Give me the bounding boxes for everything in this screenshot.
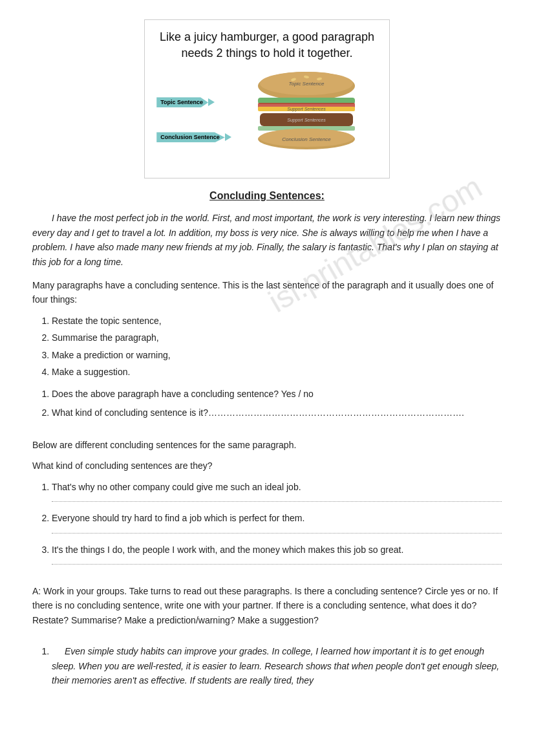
list-item: Make a prediction or warning, bbox=[52, 348, 502, 362]
dotted-line-2 bbox=[52, 527, 502, 534]
list-item: Restate the topic sentence, bbox=[52, 314, 502, 328]
svg-text:Support Sentences: Support Sentences bbox=[287, 107, 326, 112]
list-item: Make a suggestion. bbox=[52, 365, 502, 379]
conclusion-arrow-shape: Conclusion Sentence bbox=[156, 132, 225, 142]
activity-item-1: Even simple study habits can improve you… bbox=[52, 644, 502, 687]
hamburger-diagram: Topic Sentence Conclusion Sentence Topic… bbox=[155, 68, 379, 171]
below-text-1: Below are different concluding sentences… bbox=[32, 438, 502, 452]
burger-svg: Topic Sentence Support Sentences Support… bbox=[235, 68, 378, 171]
list-item: Summarise the paragraph, bbox=[52, 330, 502, 345]
svg-text:Conclusion Sentence: Conclusion Sentence bbox=[282, 136, 331, 142]
four-things-list: Restate the topic sentence, Summarise th… bbox=[52, 314, 502, 380]
concluding-item-3: It's the things I do, the people I work … bbox=[52, 543, 502, 565]
concluding-items-list: That's why no other company could give m… bbox=[52, 480, 502, 565]
activity-list: Even simple study habits can improve you… bbox=[52, 644, 502, 687]
section-title: Concluding Sentences: bbox=[32, 190, 502, 202]
questions-list: Does the above paragraph have a concludi… bbox=[52, 387, 502, 420]
topic-arrow: Topic Sentence bbox=[156, 97, 231, 107]
concluding-item-1: That's why no other company could give m… bbox=[52, 480, 502, 502]
activity-text: A: Work in your groups. Take turns to re… bbox=[32, 584, 502, 627]
svg-text:Topic Sentence: Topic Sentence bbox=[288, 81, 324, 87]
body-text-1: Many paragraphs have a concluding senten… bbox=[32, 278, 502, 307]
below-text-2: What kind of concluding sentences are th… bbox=[32, 459, 502, 473]
topic-arrow-shape: Topic Sentence bbox=[156, 97, 208, 107]
hamburger-title: Like a juicy hamburger, a good paragraph… bbox=[155, 29, 379, 61]
activity-paragraph: Even simple study habits can improve you… bbox=[52, 644, 502, 687]
italic-paragraph: I have the most perfect job in the world… bbox=[32, 211, 502, 269]
question-2: What kind of concluding sentence is it?…… bbox=[52, 405, 502, 420]
concluding-item-2: Everyone should try hard to find a job w… bbox=[52, 511, 502, 533]
dotted-line-3 bbox=[52, 558, 502, 565]
conclusion-arrow: Conclusion Sentence bbox=[156, 132, 231, 142]
question-section: Does the above paragraph have a concludi… bbox=[32, 387, 502, 420]
hamburger-infographic: Like a juicy hamburger, a good paragraph… bbox=[144, 19, 390, 178]
svg-text:Support Sentences: Support Sentences bbox=[287, 118, 326, 123]
arrow-labels: Topic Sentence Conclusion Sentence bbox=[156, 97, 231, 142]
question-1: Does the above paragraph have a concludi… bbox=[52, 387, 502, 401]
concluding-list: That's why no other company could give m… bbox=[32, 480, 502, 565]
dotted-line-1 bbox=[52, 495, 502, 502]
